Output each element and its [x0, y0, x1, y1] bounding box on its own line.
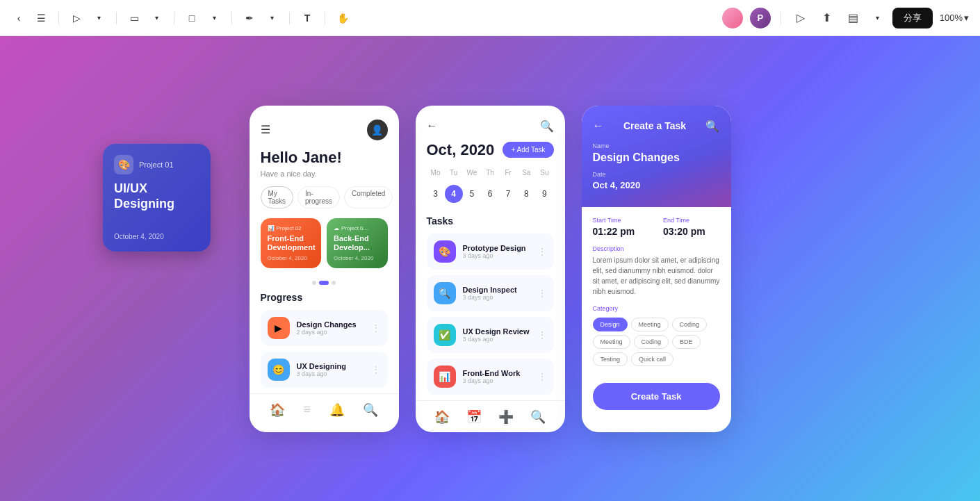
task-info-ux-review: UX Design Review 3 days ago: [463, 327, 530, 343]
project-card-backend[interactable]: ☁ Project 0... Back-End Develop... Octob…: [327, 218, 388, 268]
cloud-upload-icon[interactable]: ⬆: [817, 8, 837, 28]
project-cards-row: 📊 Project 02 Front-End Development Octob…: [250, 218, 399, 278]
cat-tag-testing[interactable]: Testing: [593, 352, 628, 366]
chevron-play-icon[interactable]: ▾: [91, 10, 106, 26]
back-icon[interactable]: ‹: [11, 10, 26, 26]
task-item-ux-review[interactable]: ✅ UX Design Review 3 days ago ⋮: [427, 317, 554, 353]
cat-tag-meeting2[interactable]: Meeting: [593, 335, 630, 349]
toolbar-separator-4: [231, 12, 232, 24]
cal-date-9[interactable]: 9: [535, 182, 553, 206]
menu-icon[interactable]: ☰: [33, 10, 49, 26]
task-info-frontend: Front-End Work 3 days ago: [463, 369, 530, 384]
tab-my-tasks[interactable]: My Tasks: [261, 186, 294, 208]
tab-completed[interactable]: Completed: [344, 186, 393, 208]
cal-date-5[interactable]: 5: [463, 182, 481, 206]
pen-icon[interactable]: ✒: [242, 10, 257, 26]
task-item-prototype[interactable]: 🎨 Prototype Design 3 days ago ⋮: [427, 233, 554, 270]
nav-search-icon[interactable]: 🔍: [363, 402, 378, 418]
nav-home-icon[interactable]: 🏠: [270, 402, 285, 418]
layout-icon[interactable]: ▤: [844, 8, 863, 28]
cat-tag-coding1[interactable]: Coding: [672, 318, 708, 331]
task-more-frontend[interactable]: ⋮: [537, 371, 547, 382]
progress-more-ux[interactable]: ⋮: [371, 364, 381, 375]
cal-date-4[interactable]: 4: [445, 182, 463, 206]
avatar-user1[interactable]: [722, 8, 743, 28]
phone-create-task-screen: ← Create a Task 🔍 Name Design Changes Da…: [582, 106, 731, 432]
end-time-label: End Time: [663, 217, 720, 224]
task-more-prototype[interactable]: ⋮: [537, 246, 547, 257]
cal-date-7[interactable]: 7: [499, 182, 517, 206]
nav2-search-icon[interactable]: 🔍: [530, 409, 546, 425]
nav-bell-icon[interactable]: 🔔: [329, 402, 345, 418]
hand-icon[interactable]: ✋: [335, 10, 350, 26]
phone2-search-button[interactable]: 🔍: [540, 120, 554, 133]
task-item-frontend[interactable]: 📊 Front-End Work 3 days ago ⋮: [427, 359, 554, 395]
date-label: Date: [593, 171, 720, 178]
cat-tag-coding2[interactable]: Coding: [634, 335, 669, 349]
chevron-shape-icon[interactable]: ▾: [149, 10, 164, 26]
text-icon[interactable]: T: [300, 10, 315, 26]
task-name-frontend: Front-End Work: [463, 369, 530, 377]
cat-tag-design[interactable]: Design: [593, 318, 628, 331]
cat-tag-quick-call[interactable]: Quick call: [631, 352, 673, 366]
task-ago-ux-review: 3 days ago: [463, 336, 530, 343]
phone2-back-button[interactable]: ←: [427, 120, 438, 132]
cat-tag-bde[interactable]: BDE: [672, 335, 701, 349]
cal-day-th: Th: [481, 169, 499, 176]
zoom-control[interactable]: 100% ▾: [940, 13, 969, 23]
end-time-field: End Time 03:20 pm: [663, 217, 720, 237]
floating-card-title: UI/UX Designing: [114, 181, 199, 211]
chevron-pen-icon[interactable]: ▾: [264, 10, 279, 26]
progress-section: Progress ▶ Design Changes 2 days ago ⋮ 😊…: [250, 292, 399, 388]
progress-icon-design: ▶: [268, 317, 290, 339]
time-row: Start Time 01:22 pm End Time 03:20 pm: [593, 217, 720, 237]
phone1-user-avatar[interactable]: 👤: [367, 120, 388, 140]
play-circle-icon[interactable]: ▷: [791, 8, 810, 28]
progress-item-ux[interactable]: 😊 UX Designing 3 days ago ⋮: [261, 352, 388, 388]
nav2-calendar-icon[interactable]: 📅: [466, 409, 482, 425]
cal-date-6[interactable]: 6: [481, 182, 499, 206]
phone3-screen-title: Create a Task: [623, 120, 686, 131]
nav2-home-icon[interactable]: 🏠: [434, 409, 450, 425]
description-text: Lorem ipsum dolor sit amet, er adipiscin…: [593, 255, 720, 297]
task-item-inspect[interactable]: 🔍 Design Inspect 3 days ago ⋮: [427, 275, 554, 311]
toolbar-separator-2: [116, 12, 117, 24]
chevron-rect-icon[interactable]: ▾: [206, 10, 222, 26]
pc-label-frontend: 📊 Project 02: [268, 225, 315, 231]
name-label: Name: [593, 142, 720, 149]
tab-in-progress[interactable]: In-progress: [297, 186, 340, 208]
add-task-button[interactable]: + Add Task: [503, 142, 553, 158]
share-button[interactable]: 分享: [892, 8, 933, 28]
dot-3: [332, 281, 336, 285]
task-more-inspect[interactable]: ⋮: [537, 288, 547, 299]
toolbar: ‹ ☰ ▷ ▾ ▭ ▾ □ ▾ ✒ ▾ T ✋ P ▷ ⬆ ▤ ▾ 分享 100…: [0, 0, 980, 36]
play-icon[interactable]: ▷: [69, 10, 84, 26]
cal-date-3[interactable]: 3: [427, 182, 445, 206]
floating-card-date: October 4, 2020: [114, 233, 164, 240]
avatar-user2[interactable]: P: [750, 8, 771, 28]
floating-project-card[interactable]: 🎨 Project 01 UI/UX Designing October 4, …: [103, 144, 211, 252]
cal-day-su: Su: [535, 169, 553, 176]
phone1-menu-icon[interactable]: ☰: [261, 123, 270, 136]
create-task-button[interactable]: Create Task: [593, 383, 720, 410]
nav2-add-icon[interactable]: ➕: [498, 409, 514, 425]
cal-date-8[interactable]: 8: [517, 182, 535, 206]
cat-tag-meeting1[interactable]: Meeting: [631, 318, 669, 331]
chevron-layout-icon[interactable]: ▾: [870, 10, 885, 26]
task-more-ux-review[interactable]: ⋮: [537, 329, 547, 340]
shape-icon[interactable]: ▭: [126, 10, 142, 26]
progress-name-design: Design Changes: [297, 320, 364, 329]
project-card-frontend[interactable]: 📊 Project 02 Front-End Development Octob…: [261, 218, 322, 268]
nav-list-icon[interactable]: ≡: [303, 402, 311, 417]
phone3-back-button[interactable]: ←: [593, 120, 604, 132]
pc-icon-frontend: 📊: [268, 225, 275, 231]
cal-day-tu: Tu: [445, 169, 463, 176]
task-icon-ux-review: ✅: [434, 324, 456, 346]
rect-icon[interactable]: □: [184, 10, 199, 26]
phone3-search-button[interactable]: 🔍: [705, 120, 719, 133]
progress-item-design[interactable]: ▶ Design Changes 2 days ago ⋮: [261, 310, 388, 346]
progress-more-design[interactable]: ⋮: [371, 322, 381, 334]
task-icon-prototype: 🎨: [434, 240, 456, 263]
task-name-ux-review: UX Design Review: [463, 327, 530, 336]
greeting-text: Hello Jane!: [250, 149, 399, 170]
